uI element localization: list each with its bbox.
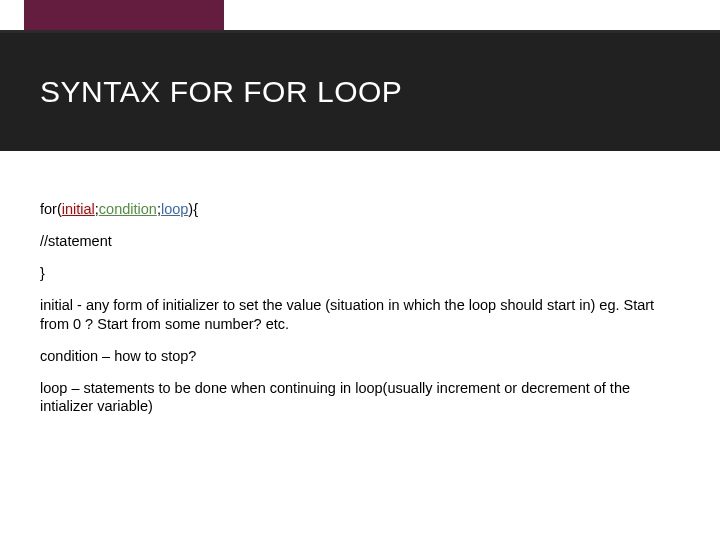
syntax-loop: loop [161,201,188,217]
statement-line: //statement [40,232,680,250]
syntax-for: for( [40,201,62,217]
closing-brace: } [40,264,680,282]
loop-description: loop – statements to be done when contin… [40,379,680,415]
content-area: for(initial;condition;loop){ //statement… [40,200,680,429]
syntax-initial: initial [62,201,95,217]
page-title: SYNTAX FOR FOR LOOP [40,75,402,109]
syntax-condition: condition [99,201,157,217]
slide: SYNTAX FOR FOR LOOP for(initial;conditio… [0,0,720,540]
condition-description: condition – how to stop? [40,347,680,365]
syntax-close: ){ [188,201,198,217]
accent-bar [24,0,224,30]
title-bar: SYNTAX FOR FOR LOOP [0,33,720,151]
syntax-line: for(initial;condition;loop){ [40,200,680,218]
initial-description: initial - any form of initializer to set… [40,296,680,332]
